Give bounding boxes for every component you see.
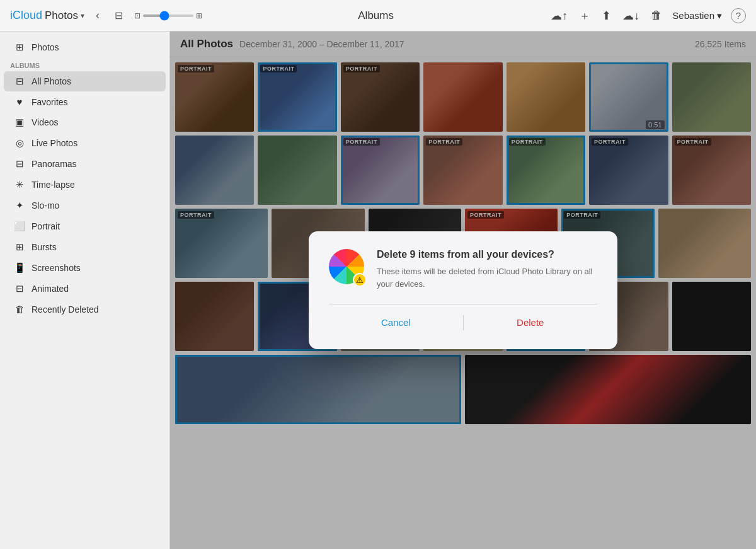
app-header: iCloud Photos ▾ ‹ ⊟ ⊡ ⊞ Albums ☁↑ ＋ ⬆ ☁↓… <box>0 0 756 32</box>
sidebar-item-label: Screenshots <box>32 263 81 273</box>
icloud-brand: iCloud <box>10 9 42 22</box>
sidebar-item-label: Panoramas <box>32 159 77 169</box>
dialog-message: These items will be deleted from iCloud … <box>377 265 597 290</box>
upload-icloud-button[interactable]: ☁↑ <box>549 8 569 24</box>
videos-icon: ▣ <box>14 117 25 128</box>
dialog-text-content: Delete 9 items from all your devices? Th… <box>377 249 597 290</box>
dialog-title: Delete 9 items from all your devices? <box>377 249 597 260</box>
sidebar-item-label: Live Photos <box>32 138 77 148</box>
sidebar-item-photos[interactable]: ⊞ Photos <box>4 37 166 57</box>
delete-confirm-button[interactable]: Delete <box>464 313 598 332</box>
slomo-icon: ✦ <box>14 200 25 211</box>
sidebar-item-screenshots[interactable]: 📱 Screenshots <box>4 258 166 278</box>
sidebar-item-label: All Photos <box>32 76 71 86</box>
sidebar-item-label: Bursts <box>32 242 57 252</box>
dialog-overlay: ⚠ Delete 9 items from all your devices? … <box>170 32 756 549</box>
app-body: ⊞ Photos Albums ⊟ All Photos ♥ Favorites… <box>0 32 756 549</box>
sidebar: ⊞ Photos Albums ⊟ All Photos ♥ Favorites… <box>0 32 170 549</box>
photos-icon: ⊞ <box>14 42 25 53</box>
sidebar-item-label: Favorites <box>32 97 68 107</box>
recently-deleted-icon: 🗑 <box>14 304 25 315</box>
warning-badge-icon: ⚠ <box>353 273 367 287</box>
sidebar-item-all-photos[interactable]: ⊟ All Photos <box>4 71 166 91</box>
brand-chevron-icon[interactable]: ▾ <box>81 11 84 20</box>
sidebar-item-slo-mo[interactable]: ✦ Slo-mo <box>4 195 166 216</box>
all-photos-icon: ⊟ <box>14 76 25 87</box>
sidebar-item-label: Videos <box>32 117 59 127</box>
back-button[interactable]: ‹ <box>92 6 103 25</box>
dialog-inner: ⚠ Delete 9 items from all your devices? … <box>329 249 597 290</box>
header-left: iCloud Photos ▾ ‹ ⊟ ⊡ ⊞ <box>10 6 202 25</box>
sidebar-item-favorites[interactable]: ♥ Favorites <box>4 92 166 112</box>
bursts-icon: ⊞ <box>14 241 25 253</box>
header-actions: ☁↑ ＋ ⬆ ☁↓ 🗑 Sebastien ▾ ? <box>549 7 746 25</box>
sidebar-item-label: Time-lapse <box>32 180 75 190</box>
zoom-control: ⊡ ⊞ <box>134 11 202 20</box>
timelapse-icon: ✳ <box>14 179 25 190</box>
sidebar-item-videos[interactable]: ▣ Videos <box>4 112 166 132</box>
user-chevron-icon: ▾ <box>717 10 722 21</box>
sidebar-item-panoramas[interactable]: ⊟ Panoramas <box>4 154 166 174</box>
favorites-icon: ♥ <box>14 96 25 107</box>
download-button[interactable]: ☁↓ <box>621 8 641 24</box>
sidebar-item-live-photos[interactable]: ◎ Live Photos <box>4 133 166 153</box>
help-button[interactable]: ? <box>731 8 746 23</box>
share-button[interactable]: ⬆ <box>600 8 612 24</box>
sidebar-item-label: Recently Deleted <box>32 304 99 315</box>
dialog-actions: Cancel Delete <box>329 304 597 332</box>
zoom-in-icon: ⊞ <box>196 11 202 20</box>
cancel-button[interactable]: Cancel <box>329 313 463 332</box>
sidebar-item-bursts[interactable]: ⊞ Bursts <box>4 237 166 257</box>
zoom-slider[interactable] <box>143 14 193 17</box>
sidebar-item-label: Portrait <box>32 221 60 231</box>
delete-dialog: ⚠ Delete 9 items from all your devices? … <box>309 231 617 349</box>
sidebar-toggle-button[interactable]: ⊟ <box>111 7 127 24</box>
live-photos-icon: ◎ <box>14 137 25 149</box>
delete-button[interactable]: 🗑 <box>650 8 663 23</box>
sidebar-item-portrait[interactable]: ⬜ Portrait <box>4 216 166 236</box>
main-content: All Photos December 31, 2000 – December … <box>170 32 756 549</box>
user-menu-button[interactable]: Sebastien ▾ <box>672 10 722 21</box>
sidebar-item-label: Slo-mo <box>32 200 59 211</box>
user-name: Sebastien <box>672 10 714 21</box>
sidebar-item-label: Photos <box>32 42 59 52</box>
add-button[interactable]: ＋ <box>578 7 592 25</box>
app-logo: iCloud Photos ▾ <box>10 9 84 22</box>
sidebar-item-recently-deleted[interactable]: 🗑 Recently Deleted <box>4 299 166 319</box>
sidebar-item-label: Animated <box>32 284 69 294</box>
zoom-out-icon: ⊡ <box>134 11 140 20</box>
screenshots-icon: 📱 <box>14 262 25 274</box>
sidebar-item-animated[interactable]: ⊟ Animated <box>4 279 166 299</box>
sidebar-section-albums: Albums <box>0 58 169 71</box>
sidebar-item-timelapse[interactable]: ✳ Time-lapse <box>4 175 166 195</box>
dialog-icon-area: ⚠ <box>329 249 364 284</box>
animated-icon: ⊟ <box>14 283 25 294</box>
photos-brand: Photos <box>45 9 78 22</box>
header-title: Albums <box>202 9 549 22</box>
portrait-icon: ⬜ <box>14 221 25 232</box>
panoramas-icon: ⊟ <box>14 158 25 170</box>
